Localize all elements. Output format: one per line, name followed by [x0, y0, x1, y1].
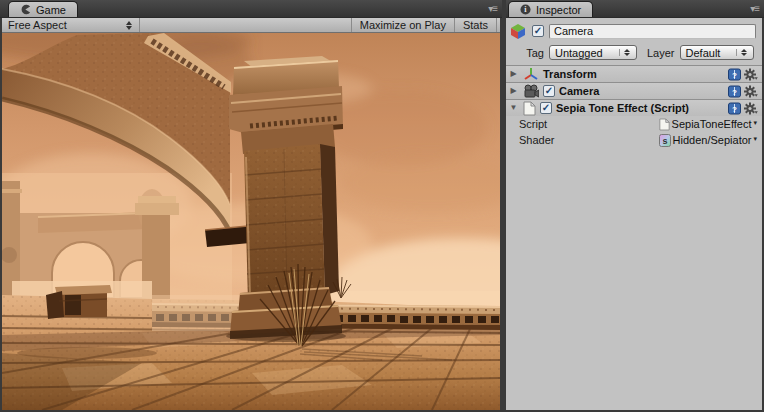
inspector-empty-area	[506, 148, 762, 408]
component-header-camera[interactable]: ▶ ✓ Camera ?	[506, 82, 762, 99]
svg-text:?: ?	[732, 104, 737, 113]
script-object-field[interactable]: SepiaToneEffect ▾	[659, 118, 757, 131]
stats-label: Stats	[463, 19, 488, 31]
property-value: Hidden/Sepiator	[673, 134, 752, 146]
foldout-icon[interactable]: ▶	[508, 70, 519, 78]
component-enabled-checkbox[interactable]: ✓	[543, 85, 555, 97]
aspect-dropdown-label: Free Aspect	[8, 19, 67, 31]
game-scene	[2, 33, 500, 410]
component-name: Camera	[559, 85, 724, 97]
foldout-icon[interactable]: ▼	[508, 104, 519, 112]
svg-text:s: s	[662, 135, 667, 145]
scene-pillar	[229, 56, 343, 339]
property-row-script: Script SepiaToneEffect ▾	[506, 116, 762, 132]
gear-settings-icon[interactable]	[744, 68, 758, 81]
game-panel-menu-icon[interactable]: ▾≡	[488, 4, 497, 14]
property-label: Script	[519, 118, 659, 130]
stats-button[interactable]: Stats	[454, 18, 496, 32]
object-name-field[interactable]: Camera	[549, 24, 756, 39]
property-label: Shader	[519, 134, 659, 146]
component-header-sepia-tone-effect[interactable]: ▼ ✓ Sepia Tone Effect (Script) ?	[506, 99, 762, 116]
updown-arrows-icon	[619, 49, 630, 56]
help-book-icon[interactable]: ?	[728, 68, 741, 81]
gear-settings-icon[interactable]	[744, 85, 758, 98]
game-viewport[interactable]	[2, 33, 500, 410]
tag-layer-row: Tag Untagged Layer Default	[506, 42, 762, 65]
checkmark-icon: ✓	[534, 26, 542, 36]
transform-axes-icon	[523, 66, 539, 82]
inspector-panel: i Inspector ▾≡ ✓ Camera Tag Untagged	[506, 0, 764, 412]
gameobject-cube-icon	[509, 22, 527, 40]
tag-value: Untagged	[555, 47, 603, 59]
object-header-row: ✓ Camera	[506, 18, 762, 42]
script-page-icon	[523, 101, 536, 116]
script-page-icon	[659, 118, 670, 131]
layer-dropdown[interactable]: Default	[680, 45, 754, 60]
object-picker-icon[interactable]: ▾	[753, 118, 757, 128]
component-header-transform[interactable]: ▶ Transform ?	[506, 65, 762, 82]
component-name: Sepia Tone Effect (Script)	[556, 102, 724, 114]
gear-settings-icon[interactable]	[744, 102, 758, 115]
inspector-body: ✓ Camera Tag Untagged Layer Default ▶	[506, 18, 762, 410]
tag-label: Tag	[506, 47, 544, 59]
inspector-panel-menu-icon[interactable]: ▾≡	[750, 4, 759, 14]
object-picker-icon[interactable]: ▾	[753, 134, 757, 144]
foldout-icon[interactable]: ▶	[508, 87, 519, 95]
game-toolbar: Free Aspect Maximize on Play Stats	[2, 18, 500, 33]
updown-arrows-icon	[736, 49, 747, 56]
tab-game-label: Game	[36, 4, 66, 16]
aspect-dropdown[interactable]: Free Aspect	[2, 18, 140, 32]
help-book-icon[interactable]: ?	[728, 85, 741, 98]
object-active-checkbox[interactable]: ✓	[532, 25, 544, 37]
game-panel: Game ▾≡ Free Aspect Maximize on Play Sta…	[0, 0, 502, 412]
inspector-tabbar: i Inspector ▾≡	[506, 0, 764, 18]
checkmark-icon: ✓	[545, 86, 553, 96]
toolbar-end-cap	[496, 18, 500, 32]
tag-dropdown[interactable]: Untagged	[549, 45, 637, 60]
game-tabbar: Game ▾≡	[0, 0, 502, 18]
svg-text:?: ?	[732, 70, 737, 79]
layer-label: Layer	[647, 47, 675, 59]
component-name: Transform	[543, 68, 724, 80]
property-value: SepiaToneEffect	[672, 118, 752, 130]
unity-editor-window: Game ▾≡ Free Aspect Maximize on Play Sta…	[0, 0, 764, 412]
updown-arrows-icon	[126, 21, 132, 30]
checkmark-icon: ✓	[542, 103, 550, 113]
component-enabled-checkbox[interactable]: ✓	[540, 102, 552, 114]
svg-text:?: ?	[732, 87, 737, 96]
toolbar-spacer	[140, 18, 351, 32]
layer-value: Default	[686, 47, 721, 59]
game-view-icon	[20, 4, 31, 15]
maximize-on-play-button[interactable]: Maximize on Play	[351, 18, 454, 32]
shader-icon: s	[659, 134, 671, 147]
camera-icon	[523, 84, 539, 98]
help-book-icon[interactable]: ?	[728, 102, 741, 115]
shader-object-field[interactable]: s Hidden/Sepiator ▾	[659, 134, 757, 147]
info-icon: i	[520, 4, 531, 15]
tab-game[interactable]: Game	[8, 1, 78, 17]
tab-inspector-label: Inspector	[536, 4, 581, 16]
scene-fountain-ruin	[46, 285, 112, 319]
maximize-on-play-label: Maximize on Play	[360, 19, 446, 31]
property-row-shader: Shader s Hidden/Sepiator	[506, 132, 762, 148]
tab-inspector[interactable]: i Inspector	[508, 1, 593, 17]
